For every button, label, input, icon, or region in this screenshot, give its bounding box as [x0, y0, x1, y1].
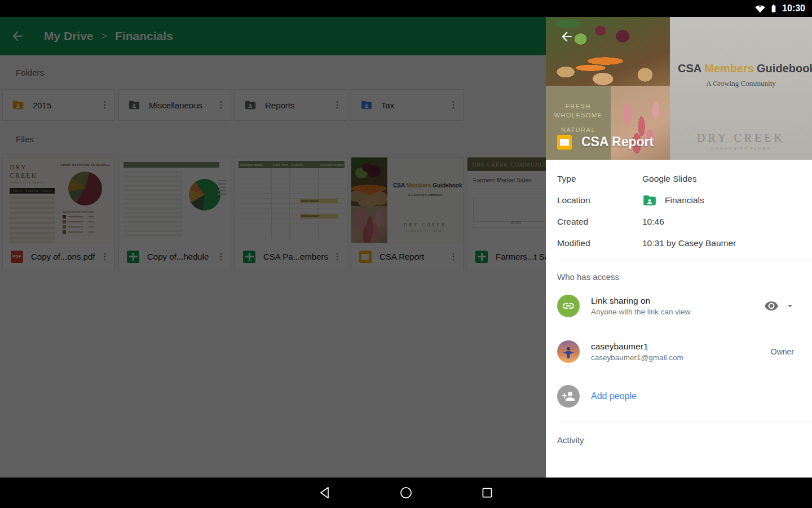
slide-brand: DRY CREEK	[670, 132, 812, 144]
link-sharing-row[interactable]: Link sharing on Anyone with the link can…	[557, 295, 794, 317]
meta-label: Modified	[557, 238, 642, 248]
link-sharing-title: Link sharing on	[591, 296, 690, 306]
file-title: CSA Report	[581, 134, 654, 150]
status-bar: 10:30	[0, 0, 812, 17]
add-people-row[interactable]: Add people	[557, 385, 794, 408]
link-icon	[562, 299, 575, 313]
photo-word: FRESH	[546, 102, 611, 111]
slides-icon	[557, 135, 572, 150]
slide-preview: CSAMembersGuidebook A Growing Community …	[670, 17, 812, 160]
file-details-panel: FRESH WHOLESOME NATURAL CSAMembersGuideb…	[546, 17, 812, 478]
photo-word: NATURAL	[546, 125, 611, 134]
clock: 10:30	[782, 3, 805, 14]
owner-row[interactable]: caseybaumer1 caseybaumer1@gmail.com Owne…	[557, 340, 794, 363]
shared-folder-icon	[642, 193, 657, 208]
meta-label: Created	[557, 217, 642, 227]
add-people-button[interactable]: Add people	[591, 391, 637, 401]
owner-email: caseybaumer1@gmail.com	[591, 353, 683, 362]
meta-value: 10:31 by Casey Baumer	[642, 238, 736, 248]
meta-value: Google Slides	[642, 174, 697, 184]
android-screen: 10:30 My Drive > Financials Folders 2015…	[0, 0, 812, 508]
photo-word: WHOLESOME	[546, 111, 611, 120]
meta-value-location[interactable]: Financials	[665, 195, 704, 205]
view-only-eye-icon[interactable]	[764, 299, 779, 313]
metadata-section: TypeGoogle Slides Location Financials Cr…	[546, 160, 812, 260]
close-details-back-icon[interactable]	[559, 29, 574, 44]
battery-icon	[769, 3, 778, 14]
chevron-down-icon[interactable]	[786, 302, 794, 310]
android-nav-bar	[0, 478, 812, 508]
slide-brand-sub: COMMUNITY FARMS	[670, 147, 812, 151]
nav-home-button[interactable]	[399, 485, 413, 500]
owner-name: caseybaumer1	[591, 341, 683, 352]
details-header: FRESH WHOLESOME NATURAL CSAMembersGuideb…	[546, 17, 812, 160]
avatar	[557, 340, 580, 363]
meta-value: 10:46	[642, 217, 664, 227]
who-has-access-heading: Who has access	[557, 272, 794, 282]
nav-back-button[interactable]	[317, 485, 332, 500]
activity-heading: Activity	[546, 422, 812, 445]
person-add-icon	[562, 389, 575, 403]
slide-subtitle: A Growing Community	[670, 79, 812, 88]
link-sharing-subtitle: Anyone with the link can view	[591, 308, 690, 316]
meta-label: Type	[557, 174, 642, 184]
vegetables-photo	[546, 17, 670, 86]
sharing-section: Who has access Link sharing on Anyone wi…	[546, 272, 812, 408]
nav-recents-button[interactable]	[480, 485, 495, 500]
wifi-icon	[755, 3, 765, 14]
owner-role-badge: Owner	[771, 347, 794, 356]
meta-label: Location	[557, 195, 642, 205]
